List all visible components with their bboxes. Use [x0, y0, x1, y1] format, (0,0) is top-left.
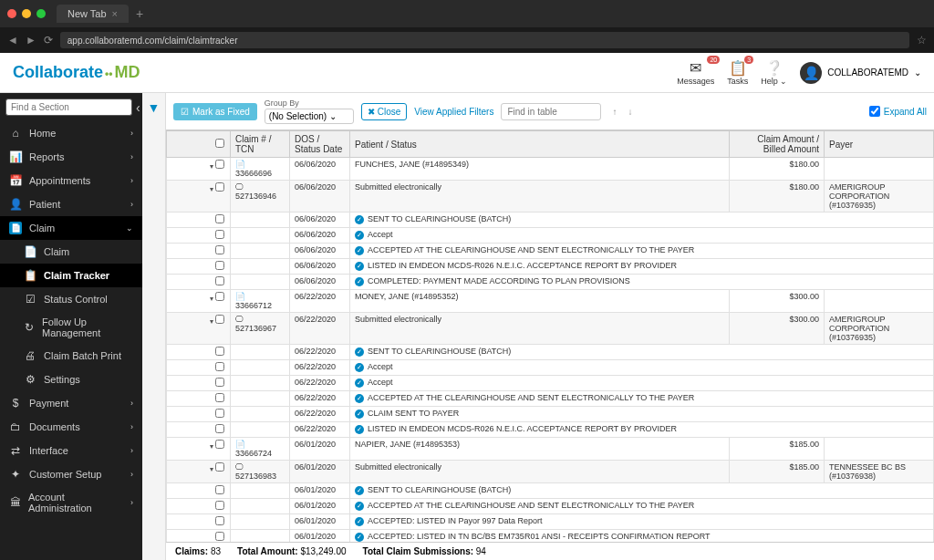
filter-panel-toggle[interactable]: ▼	[142, 93, 166, 560]
claim-row[interactable]: ▾📄3366672406/01/2020NAPIER, JANE (#14895…	[167, 438, 934, 461]
expand-caret-icon[interactable]: ▾	[206, 162, 213, 171]
maximize-window-icon[interactable]	[36, 9, 46, 18]
nav-item-status-control[interactable]: ☑Status Control	[0, 287, 142, 311]
claims-table[interactable]: Claim # / TCN DOS / Status Date Patient …	[166, 130, 934, 542]
submission-row[interactable]: ▾🖵52713698306/01/2020Submitted electroni…	[167, 461, 934, 483]
nav-item-reports[interactable]: 📊Reports›	[0, 145, 142, 169]
nav-item-payment[interactable]: $Payment›	[0, 391, 142, 415]
messages-button[interactable]: ✉ 20 Messages	[677, 59, 714, 86]
header-date[interactable]: DOS / Status Date	[290, 131, 350, 158]
header-checkbox[interactable]	[167, 131, 231, 158]
help-button[interactable]: ❔ Help ⌄	[761, 59, 787, 86]
row-checkbox[interactable]	[215, 485, 224, 494]
row-checkbox[interactable]	[215, 378, 224, 387]
new-tab-button[interactable]: +	[136, 6, 143, 21]
row-checkbox[interactable]	[215, 347, 224, 356]
submission-row[interactable]: ▾🖵52713694606/06/2020Submitted electroni…	[167, 181, 934, 213]
row-checkbox[interactable]	[215, 276, 224, 285]
row-checkbox[interactable]	[215, 516, 224, 525]
nav-item-claim-batch-print[interactable]: 🖨Claim Batch Print	[0, 344, 142, 368]
header-payer[interactable]: Payer	[825, 131, 934, 158]
submission-row[interactable]: ▾🖵52713696706/22/2020Submitted electroni…	[167, 313, 934, 345]
forward-icon[interactable]: ►	[26, 34, 36, 47]
status-row: 06/01/2020✓ACCEPTED: LISTED IN Payor 997…	[167, 514, 934, 530]
address-input[interactable]	[60, 32, 909, 48]
header-amount[interactable]: Claim Amount / Billed Amount	[730, 131, 825, 158]
header-patient[interactable]: Patient / Status	[350, 131, 730, 158]
expand-caret-icon[interactable]: ▾	[206, 185, 213, 193]
row-checkbox[interactable]	[215, 245, 224, 254]
row-checkbox[interactable]	[215, 393, 224, 402]
expand-all-checkbox[interactable]	[869, 106, 880, 117]
nav-item-claim-tracker[interactable]: 📋Claim Tracker	[0, 264, 142, 287]
nav-item-patient[interactable]: 👤Patient›	[0, 192, 142, 216]
claim-amount: $185.00	[730, 438, 825, 461]
select-all-checkbox[interactable]	[215, 139, 224, 148]
back-icon[interactable]: ◄	[7, 34, 18, 47]
claim-number: 33666712	[235, 301, 272, 310]
view-filters-link[interactable]: View Applied Filters	[414, 107, 493, 117]
row-checkbox[interactable]	[215, 424, 224, 433]
row-checkbox[interactable]	[215, 292, 224, 301]
row-checkbox[interactable]	[215, 409, 224, 418]
nav-item-claim[interactable]: 📄Claim	[0, 240, 142, 264]
row-checkbox[interactable]	[215, 462, 224, 472]
claim-row[interactable]: ▾📄3366671206/22/2020MONEY, JANE (#148953…	[167, 290, 934, 313]
find-in-table-input[interactable]	[501, 103, 601, 120]
submissions-label: Total Claim Submissions:	[363, 546, 474, 556]
refresh-icon[interactable]: ⟳	[44, 34, 53, 47]
nav-item-interface[interactable]: ⇄Interface›	[0, 439, 142, 462]
nav-item-follow-up-management[interactable]: ↻Follow Up Management	[0, 311, 142, 344]
nav-item-account-administration[interactable]: 🏛Account Administration›	[0, 486, 142, 519]
expand-caret-icon[interactable]: ▾	[206, 317, 213, 326]
collapse-sidebar-icon[interactable]: ‹	[136, 100, 140, 115]
row-checkbox[interactable]	[215, 214, 224, 223]
minimize-window-icon[interactable]	[22, 9, 31, 18]
row-checkbox[interactable]	[215, 160, 224, 169]
logo[interactable]: Collaborate••MD	[13, 63, 140, 82]
status-text: SENT TO CLEARINGHOUSE (BATCH)	[368, 485, 511, 494]
row-checkbox[interactable]	[215, 362, 224, 371]
user-menu[interactable]: 👤 COLLABORATEMD ⌄	[800, 62, 921, 84]
expand-caret-icon[interactable]: ▾	[206, 442, 213, 451]
mark-as-fixed-button[interactable]: ☑ Mark as Fixed	[173, 103, 257, 120]
row-checkbox[interactable]	[215, 440, 224, 449]
status-row: 06/22/2020✓LISTED IN EMDEON MCDS-R026 N.…	[167, 422, 934, 438]
submission-date: 06/22/2020	[290, 313, 350, 345]
groupby-select[interactable]: (No Selection) ⌄	[265, 109, 354, 124]
status-row: 06/22/2020✓Accept	[167, 360, 934, 376]
browser-tab[interactable]: New Tab ×	[57, 5, 129, 23]
close-tab-icon[interactable]: ×	[112, 8, 118, 19]
row-checkbox[interactable]	[215, 532, 224, 541]
row-checkbox[interactable]	[215, 315, 224, 324]
row-checkbox[interactable]	[215, 230, 224, 239]
row-checkbox[interactable]	[215, 261, 224, 270]
submission-date: 06/06/2020	[290, 181, 350, 213]
tasks-button[interactable]: 📋 3 Tasks	[727, 59, 748, 86]
status-check-icon: ✓	[355, 379, 364, 388]
close-button[interactable]: ✖ Close	[361, 103, 407, 120]
mark-fixed-label: Mark as Fixed	[192, 107, 250, 117]
close-window-icon[interactable]	[7, 9, 16, 18]
nav-item-customer-setup[interactable]: ✦Customer Setup›	[0, 462, 142, 486]
expand-caret-icon[interactable]: ▾	[206, 295, 213, 303]
claim-row[interactable]: ▾📄3366669606/06/2020FUNCHES, JANE (#1489…	[167, 158, 934, 181]
arrow-down-icon[interactable]: ↓	[628, 107, 632, 117]
chevron-right-icon: ›	[130, 422, 133, 431]
expand-all-toggle[interactable]: Expand All	[869, 106, 927, 117]
nav-item-settings[interactable]: ⚙Settings	[0, 368, 142, 391]
header-claim[interactable]: Claim # / TCN	[231, 131, 290, 158]
row-checkbox[interactable]	[215, 501, 224, 510]
close-label: Close	[378, 107, 401, 117]
arrow-up-icon[interactable]: ↑	[612, 107, 617, 117]
nav-item-home[interactable]: ⌂Home›	[0, 121, 142, 145]
nav-item-documents[interactable]: 🗀Documents›	[0, 415, 142, 439]
dos-date: 06/22/2020	[290, 290, 350, 313]
nav-item-appointments[interactable]: 📅Appointments›	[0, 169, 142, 192]
section-search-input[interactable]	[5, 99, 132, 116]
bookmark-icon[interactable]: ☆	[917, 34, 927, 47]
row-checkbox[interactable]	[215, 182, 224, 192]
nav-claim[interactable]: 📄 Claim ⌄	[0, 216, 142, 240]
nav-label: Reports	[29, 151, 65, 162]
expand-caret-icon[interactable]: ▾	[206, 465, 213, 473]
